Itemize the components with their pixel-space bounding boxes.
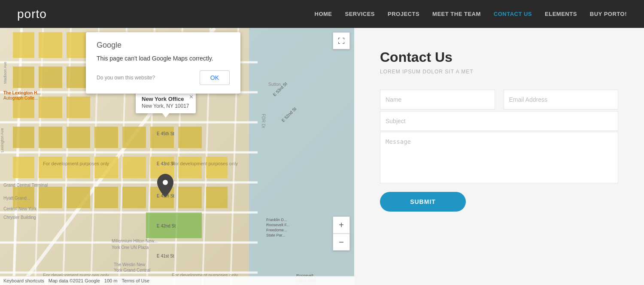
nav-services[interactable]: SERVICES bbox=[345, 11, 375, 17]
svg-text:Roosevelt F...: Roosevelt F... bbox=[266, 223, 290, 227]
nav-elements[interactable]: ELEMENTS bbox=[545, 11, 577, 17]
svg-text:The Westin New: The Westin New bbox=[114, 262, 146, 267]
map-error-dialog: Google This page can't load Google Maps … bbox=[86, 32, 240, 94]
svg-text:Autograph Colle...: Autograph Colle... bbox=[3, 96, 38, 100]
nav-meet-the-team[interactable]: MEET THE TEAM bbox=[432, 11, 481, 17]
main-content: For development purposes only For develo… bbox=[0, 28, 644, 285]
svg-rect-41 bbox=[94, 157, 118, 178]
office-address: New York, NY 10017 bbox=[142, 103, 190, 109]
svg-rect-30 bbox=[67, 97, 90, 118]
svg-text:Grand Central Terminal: Grand Central Terminal bbox=[3, 183, 48, 188]
svg-text:E 42nd St: E 42nd St bbox=[157, 224, 176, 228]
svg-rect-37 bbox=[178, 127, 202, 148]
svg-text:FDR Dr: FDR Dr bbox=[261, 114, 266, 129]
svg-rect-24 bbox=[13, 67, 34, 88]
keyboard-shortcuts[interactable]: Keyboard shortcuts bbox=[3, 278, 44, 283]
svg-text:York One UN Plaza: York One UN Plaza bbox=[112, 245, 149, 250]
svg-line-3 bbox=[62, 28, 71, 285]
submit-button[interactable]: SUBMIT bbox=[380, 192, 466, 212]
map-location-popup: × New York Office New York, NY 10017 bbox=[136, 91, 196, 113]
svg-rect-19 bbox=[13, 32, 34, 58]
svg-text:York Grand Central: York Grand Central bbox=[114, 268, 150, 273]
svg-text:Chrysler Building: Chrysler Building bbox=[3, 215, 36, 220]
svg-rect-34 bbox=[94, 127, 118, 148]
svg-rect-53 bbox=[206, 187, 228, 208]
svg-rect-44 bbox=[178, 157, 202, 178]
svg-text:The Lexington H...: The Lexington H... bbox=[3, 91, 41, 95]
map-data-label: Map data ©2021 Google bbox=[49, 278, 100, 283]
svg-text:Hyatt Grand...: Hyatt Grand... bbox=[3, 196, 30, 200]
nav-contact-us[interactable]: CONTACT US bbox=[494, 11, 532, 17]
svg-text:Freedome...: Freedome... bbox=[266, 228, 287, 232]
main-nav: HOME SERVICES PROJECTS MEET THE TEAM CON… bbox=[315, 11, 627, 17]
site-logo[interactable]: porto bbox=[17, 7, 47, 21]
google-logo: Google bbox=[97, 41, 230, 50]
svg-line-2 bbox=[34, 28, 43, 285]
svg-rect-39 bbox=[39, 157, 62, 178]
svg-text:E 43rd St: E 43rd St bbox=[157, 161, 175, 166]
svg-rect-52 bbox=[178, 187, 202, 208]
fullscreen-icon bbox=[338, 37, 345, 44]
terms-of-use[interactable]: Terms of Use bbox=[122, 278, 149, 283]
svg-text:Lexington Ave: Lexington Ave bbox=[0, 128, 4, 152]
nav-buy-porto[interactable]: BUY PORTO! bbox=[590, 11, 627, 17]
svg-rect-36 bbox=[150, 127, 174, 148]
zoom-in-button[interactable]: + bbox=[333, 216, 350, 233]
svg-text:Franklin D...: Franklin D... bbox=[266, 218, 287, 222]
name-input[interactable] bbox=[380, 90, 495, 109]
office-name: New York Office bbox=[142, 96, 190, 102]
svg-point-60 bbox=[163, 180, 168, 185]
nav-projects[interactable]: PROJECTS bbox=[388, 11, 419, 17]
ok-button[interactable]: OK bbox=[200, 70, 230, 85]
svg-text:E 41st St: E 41st St bbox=[157, 254, 174, 258]
svg-rect-33 bbox=[67, 127, 90, 148]
svg-rect-50 bbox=[122, 187, 146, 208]
contact-section: Contact Us LOREM IPSUM DOLOR SIT A MET S… bbox=[354, 28, 644, 285]
map-footer: Keyboard shortcuts Map data ©2021 Google… bbox=[0, 276, 354, 285]
close-popup-icon[interactable]: × bbox=[189, 93, 193, 101]
svg-text:E 45th St: E 45th St bbox=[157, 194, 174, 198]
svg-rect-25 bbox=[39, 67, 62, 88]
svg-rect-35 bbox=[122, 127, 146, 148]
svg-rect-38 bbox=[13, 157, 34, 178]
svg-text:For development purposes only: For development purposes only bbox=[172, 161, 238, 166]
nav-home[interactable]: HOME bbox=[315, 11, 332, 17]
svg-line-1 bbox=[13, 28, 21, 285]
svg-text:E 45th St: E 45th St bbox=[157, 131, 174, 136]
svg-text:Millennium Hilton New...: Millennium Hilton New... bbox=[112, 239, 158, 243]
contact-subtitle: LOREM IPSUM DOLOR SIT A MET bbox=[380, 69, 618, 75]
svg-rect-47 bbox=[39, 187, 62, 208]
map-scale: 100 m bbox=[104, 278, 118, 283]
svg-rect-20 bbox=[39, 32, 62, 58]
name-email-row bbox=[380, 90, 618, 110]
svg-rect-32 bbox=[39, 127, 62, 148]
svg-rect-48 bbox=[67, 187, 90, 208]
contact-title: Contact Us bbox=[380, 49, 618, 65]
map-error-message: This page can't load Google Maps correct… bbox=[97, 55, 230, 62]
svg-text:Sutton: Sutton bbox=[268, 82, 281, 87]
svg-rect-42 bbox=[122, 157, 146, 178]
map-error-footer: Do you own this website? OK bbox=[97, 70, 230, 85]
map-section: For development purposes only For develo… bbox=[0, 28, 354, 285]
map-zoom-controls: + − bbox=[333, 216, 350, 251]
svg-text:Madison Ave: Madison Ave bbox=[3, 62, 7, 84]
own-website-label: Do you own this website? bbox=[97, 75, 155, 81]
svg-rect-40 bbox=[67, 157, 90, 178]
svg-rect-49 bbox=[94, 187, 118, 208]
zoom-out-button[interactable]: − bbox=[333, 233, 350, 251]
svg-text:For development purposes only: For development purposes only bbox=[43, 161, 109, 166]
svg-rect-29 bbox=[39, 97, 62, 118]
svg-text:State Par...: State Par... bbox=[266, 233, 286, 237]
site-header: porto HOME SERVICES PROJECTS MEET THE TE… bbox=[0, 0, 644, 28]
svg-text:Central New York: Central New York bbox=[3, 206, 37, 211]
subject-input[interactable] bbox=[380, 111, 618, 131]
map-fullscreen-button[interactable] bbox=[333, 32, 350, 49]
email-input[interactable] bbox=[504, 90, 619, 109]
message-textarea[interactable] bbox=[380, 132, 618, 183]
svg-rect-45 bbox=[206, 157, 228, 178]
svg-rect-31 bbox=[13, 127, 34, 148]
